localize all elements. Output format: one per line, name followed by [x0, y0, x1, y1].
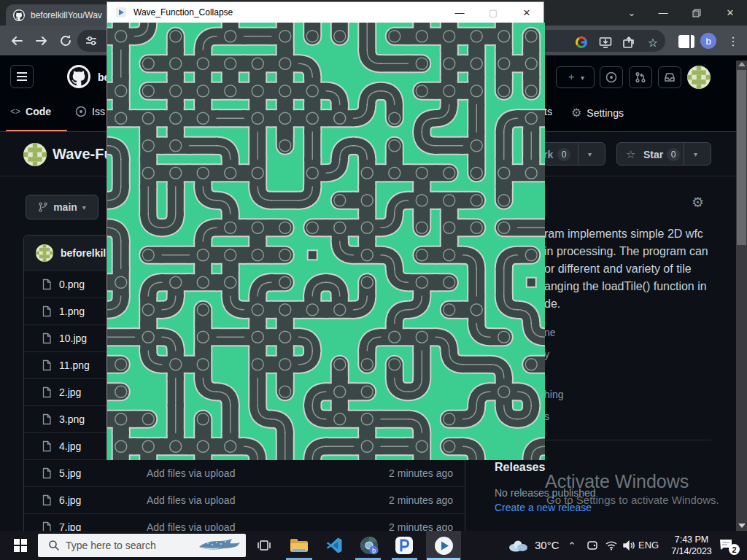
fork-count: 0 [557, 148, 570, 161]
commit-time: 2 minutes ago [351, 494, 465, 506]
weather-button[interactable] [505, 531, 531, 560]
file-name-link[interactable]: 5.jpg [59, 467, 147, 479]
side-panel-icon[interactable] [678, 35, 694, 48]
window-close-button[interactable]: ✕ [713, 0, 747, 26]
notification-center-button[interactable]: 2 [719, 537, 733, 555]
releases-heading[interactable]: Releases [495, 461, 545, 474]
wfc-app-icon [116, 7, 126, 18]
forward-button[interactable] [32, 31, 51, 50]
file-icon [41, 440, 53, 452]
vscode-button[interactable] [318, 531, 350, 560]
pull-request-icon [635, 71, 646, 83]
branch-name: main [53, 201, 77, 213]
about-gear-icon[interactable]: ⚙ [692, 194, 704, 211]
file-icon [41, 386, 53, 398]
window-minimize-button[interactable]: — [646, 0, 680, 26]
branch-caret-icon: ▾ [82, 203, 86, 211]
commit-message-link[interactable]: Add files via upload [147, 494, 351, 506]
back-button[interactable] [7, 31, 26, 50]
commit-message-link[interactable]: Add files via upload [147, 467, 351, 479]
chrome-button[interactable]: b [353, 531, 385, 560]
install-app-icon[interactable] [597, 34, 614, 50]
tab-insights-fragment[interactable]: ts [544, 106, 552, 117]
scrollbar-up-icon[interactable] [738, 62, 746, 66]
taskbar-search-box[interactable]: Type here to search [38, 534, 246, 557]
site-settings-icon[interactable] [83, 33, 99, 49]
tray-expand-chevron[interactable]: ⌃ [560, 531, 584, 560]
create-new-button[interactable]: ＋▾ [556, 66, 595, 88]
bookmark-star-icon[interactable]: ☆ [645, 34, 661, 50]
file-explorer-button[interactable] [283, 531, 315, 560]
wfc-sketch-taskbar-button[interactable] [427, 531, 460, 560]
sidebar-link-fragment[interactable]: y [544, 349, 549, 360]
sidebar-link-fragment[interactable]: ne [544, 327, 556, 338]
restore-icon [692, 9, 701, 18]
wfc-window-title: Wave_Function_Collapse [133, 7, 233, 18]
table-row[interactable]: 5.jpg Add files via upload 2 minutes ago [24, 459, 465, 486]
scrollbar-thumb[interactable] [737, 70, 746, 245]
wfc-close-button[interactable]: ✕ [510, 2, 543, 23]
window-restore-button[interactable] [680, 0, 713, 26]
tab-code-label: Code [26, 106, 51, 117]
reload-button[interactable] [56, 31, 75, 50]
tab-code[interactable]: <> Code [10, 106, 51, 117]
share-icon[interactable] [621, 34, 637, 50]
wfc-minimize-button[interactable]: — [443, 2, 476, 23]
google-icon[interactable] [573, 34, 589, 50]
page-scrollbar[interactable] [736, 61, 747, 531]
branch-selector[interactable]: main ▾ [26, 195, 98, 219]
table-row[interactable]: 6.jpg Add files via upload 2 minutes ago [24, 486, 465, 513]
volume-icon[interactable] [619, 531, 639, 560]
pull-requests-icon-button[interactable] [629, 66, 652, 88]
star-caret-icon[interactable]: ▾ [694, 150, 697, 158]
tab-issues[interactable]: Iss [75, 106, 105, 117]
tab-issues-label: Iss [92, 106, 105, 117]
inbox-icon-button[interactable] [658, 66, 681, 88]
star-count: 0 [667, 148, 680, 161]
sidebar-link-fragment[interactable]: s [544, 411, 549, 422]
tray-device-icon[interactable] [582, 531, 603, 560]
table-row[interactable]: 7.jpg Add files via upload 2 minutes ago [24, 513, 465, 531]
file-icon [41, 413, 53, 425]
browser-menu-icon[interactable]: ⋮ [726, 31, 740, 50]
taskbar-clock[interactable]: 7:43 PM 7/14/2023 [662, 534, 721, 557]
tab-insights-label: ts [544, 106, 552, 117]
plus-icon: ＋ [566, 71, 576, 84]
about-text-line: ram implements simple 2D wfc [544, 228, 703, 241]
star-button[interactable]: ☆ Star 0 ▾ [616, 142, 711, 166]
user-avatar[interactable] [687, 66, 711, 92]
processing-button[interactable] [388, 531, 420, 560]
wfc-maximize-button[interactable]: ▢ [476, 2, 510, 23]
file-name-link[interactable]: 7.jpg [59, 521, 147, 531]
star-icon: ☆ [626, 148, 635, 161]
browser-profile-avatar[interactable]: b [700, 33, 716, 49]
tab-search-chevron-icon[interactable]: ⌄ [617, 0, 646, 26]
play-icon [434, 536, 454, 556]
inbox-icon [664, 71, 676, 83]
star-label: Star [643, 149, 663, 160]
task-view-button[interactable] [248, 531, 280, 560]
start-button[interactable] [7, 531, 34, 560]
commit-message-link[interactable]: Add files via upload [147, 521, 351, 531]
scrollbar-down-icon[interactable] [738, 524, 746, 528]
clock-date: 7/14/2023 [662, 545, 721, 557]
language-indicator[interactable]: ENG [638, 540, 659, 551]
tab-settings-label: Settings [587, 107, 624, 119]
file-name-link[interactable]: 6.jpg [59, 494, 147, 506]
whale-shark-image[interactable] [192, 535, 244, 556]
wfc-titlebar[interactable]: Wave_Function_Collapse — ▢ ✕ [107, 2, 543, 23]
commit-author[interactable]: beforelkill [61, 247, 109, 259]
tab-settings[interactable]: ⚙ Settings [571, 106, 624, 120]
github-logo-icon[interactable] [67, 65, 90, 91]
wfc-pattern-canvas [107, 23, 545, 460]
weather-temperature[interactable]: 30°C [535, 539, 560, 551]
search-icon [48, 540, 60, 551]
sidebar-link-fragment[interactable]: hing [544, 389, 563, 400]
branch-icon [38, 202, 48, 212]
issues-icon-button[interactable] [600, 66, 623, 88]
hamburger-menu-button[interactable] [10, 65, 34, 88]
commit-author-avatar[interactable] [36, 244, 53, 262]
windows-logo-icon [14, 539, 27, 552]
fork-caret-icon[interactable]: ▾ [588, 150, 592, 158]
activate-windows-subtext: Go to Settings to activate Windows. [546, 494, 719, 506]
